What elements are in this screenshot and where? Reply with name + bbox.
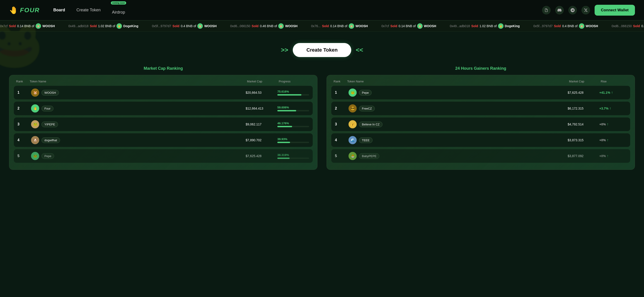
th-market-cap: Market Cap: [247, 80, 279, 83]
table-row[interactable]: 5 🐣 BabyPEPE $3,877.092 +0% ↑: [331, 149, 630, 163]
ticker-item: 0x7cf Sold 0.14 BNB of 🐹 WOOSH: [381, 23, 436, 29]
logo-text: FOUR: [20, 6, 40, 14]
th-token-name: Token Name: [30, 80, 247, 83]
ticker-item: 0xd6...066150 Sold 0.46 BNB of 🐹 WOOSH: [230, 23, 298, 29]
table-row[interactable]: 4 🌊 TEEE $3,873.315 +0% ↑: [331, 133, 630, 147]
navbar: 🤚 FOUR Board Create Token coming soon Ai…: [0, 0, 644, 20]
chevrons-right-icon: <<: [356, 46, 363, 54]
chevrons-left-icon: >>: [281, 46, 288, 54]
twitter-icon[interactable]: [582, 6, 590, 14]
th-rank: Rank: [16, 80, 30, 83]
ticker-item: 0x49...adb018 Sold 1.02 BNB of 👑 DogeKin…: [450, 23, 520, 29]
ticker-item: 0x5f...9797d7 Sold 0.4 BNB of 🐹 WOOSH: [534, 23, 598, 29]
table-row[interactable]: 1 🐹 WOOSH $20,664.53 75.616%: [14, 86, 313, 99]
table-row[interactable]: 3 🐸 YIPEPE $9,062.117 46.176%: [14, 117, 313, 131]
ticker-bar: 0x7cf Sold 0.14 BNB of 🐹 WOOSH 0x49...ad…: [0, 20, 644, 32]
nav-create-token[interactable]: Create Token: [76, 8, 100, 12]
ticker-item: 0xd6...066150 Sold 0.46 BNB of 🐹 WOOSH: [612, 23, 644, 29]
main-content: >> Create Token << Market Cap Ranking Ra…: [0, 32, 644, 177]
th-progress: Progress: [279, 80, 310, 83]
th-market-cap-g: Market Cap: [569, 80, 601, 83]
ticker-item: 0x5f...9797d7 Sold 0.4 BNB of 🐹 WOOSH: [152, 23, 216, 29]
table-row[interactable]: 5 🐸 Pepe $7,625.428 38.319%: [14, 149, 313, 163]
table-row[interactable]: 1 🐸 Pepe $7,625.428 +41.1% ↑: [331, 86, 630, 99]
gainers-rows: 1 🐸 Pepe $7,625.428 +41.1% ↑ 2 😎 FreeCZ …: [331, 86, 630, 163]
market-cap-header: Rank Token Name Market Cap Progress: [14, 80, 313, 86]
th-rise: Rise: [601, 80, 628, 83]
connect-wallet-button[interactable]: Connect Wallet: [594, 5, 635, 16]
table-row[interactable]: 3 💰 Believe In CZ $4,792.514 +0% ↑: [331, 117, 630, 131]
ticker-item: 0x49...adb018 Sold 1.02 BNB of 👑 DogeKin…: [68, 23, 138, 29]
logo[interactable]: 🤚 FOUR: [9, 6, 40, 14]
ticker-item: 0x7cf Sold 0.14 BNB of 🐹 WOOSH: [0, 23, 55, 29]
rankings-container: Market Cap Ranking Rank Token Name Marke…: [9, 66, 635, 170]
logo-hand-icon: 🤚: [9, 6, 18, 14]
gainers-card: Rank Token Name Market Cap Rise 1 🐸 Pepe…: [326, 75, 635, 170]
telegram-icon[interactable]: [568, 6, 577, 14]
discord-icon[interactable]: [555, 6, 564, 14]
market-cap-card: Rank Token Name Market Cap Progress 1 🐹 …: [9, 75, 318, 170]
gainers-title: 24 Hours Gainers Ranking: [326, 66, 635, 71]
market-cap-rows: 1 🐹 WOOSH $20,664.53 75.616% 2 🤚 Four $1…: [14, 86, 313, 163]
ticker-item: 0x76... Sold 0.14 BNB of 🐹 WOOSH: [311, 23, 368, 29]
gainers-header: Rank Token Name Market Cap Rise: [331, 80, 630, 86]
nav-icons: [542, 6, 590, 14]
nav-links: Board Create Token coming soon Airdrop: [53, 5, 542, 15]
create-token-container: >> Create Token <<: [9, 43, 635, 57]
create-token-button[interactable]: Create Token: [293, 43, 351, 57]
gainers-ranking-section: 24 Hours Gainers Ranking Rank Token Name…: [326, 66, 635, 170]
table-row[interactable]: 2 🤚 Four $12,664.413 59.606%: [14, 102, 313, 115]
docs-icon[interactable]: [542, 6, 551, 14]
th-token-name-g: Token Name: [347, 80, 569, 83]
market-cap-ranking-section: Market Cap Ranking Rank Token Name Marke…: [9, 66, 318, 170]
table-row[interactable]: 4 🐶 dogwifhat $7,890.702 39.93%: [14, 133, 313, 147]
ticker-inner: 0x7cf Sold 0.14 BNB of 🐹 WOOSH 0x49...ad…: [0, 23, 644, 29]
th-rank-g: Rank: [334, 80, 347, 83]
airdrop-badge: coming soon: [111, 1, 126, 4]
nav-airdrop[interactable]: coming soon Airdrop: [112, 5, 125, 15]
table-row[interactable]: 2 😎 FreeCZ $6,172.315 +3.7% ↑: [331, 102, 630, 115]
market-cap-title: Market Cap Ranking: [9, 66, 318, 71]
nav-board[interactable]: Board: [53, 8, 65, 12]
